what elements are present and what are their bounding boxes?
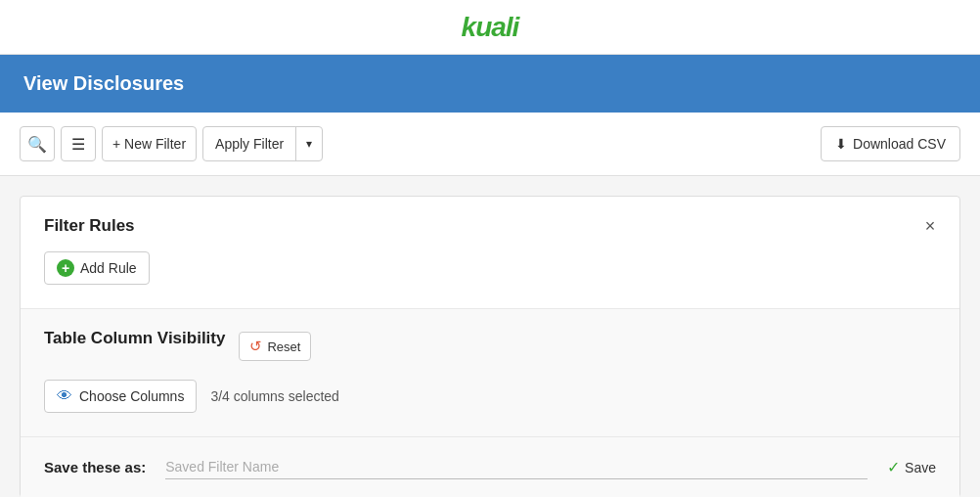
save-label: Save these as: xyxy=(44,459,146,475)
download-csv-button[interactable]: ⬇ Download CSV xyxy=(821,126,960,161)
column-visibility-header: Table Column Visibility ↺ Reset xyxy=(44,329,936,364)
filter-icon-button[interactable]: ☰ xyxy=(61,126,96,161)
apply-filter-dropdown-arrow[interactable]: ▾ xyxy=(296,127,322,160)
filter-rules-title: Filter Rules xyxy=(44,216,936,236)
top-nav: kuali xyxy=(0,0,980,55)
column-visibility-section: Table Column Visibility ↺ Reset 👁 Choose… xyxy=(21,309,959,437)
search-button[interactable]: 🔍 xyxy=(20,126,55,161)
apply-filter-button[interactable]: Apply Filter ▾ xyxy=(202,126,323,161)
new-filter-button[interactable]: + New Filter xyxy=(102,126,197,161)
download-icon: ⬇ xyxy=(835,136,847,152)
app-logo: kuali xyxy=(462,12,519,43)
filter-rules-section: Filter Rules × + Add Rule xyxy=(21,197,959,309)
column-visibility-title: Table Column Visibility xyxy=(44,329,225,348)
reset-icon: ↺ xyxy=(249,338,262,355)
add-rule-plus-icon: + xyxy=(57,259,74,277)
filter-icon: ☰ xyxy=(71,135,85,154)
save-button[interactable]: ✓ Save xyxy=(887,458,936,476)
choose-columns-button[interactable]: 👁 Choose Columns xyxy=(44,380,197,413)
save-section: Save these as: ✓ Save xyxy=(21,437,959,497)
toolbar: 🔍 ☰ + New Filter Apply Filter ▾ ⬇ Downlo… xyxy=(0,113,980,176)
main-content: Filter Rules × + Add Rule Table Column V… xyxy=(0,176,980,497)
new-filter-label: + New Filter xyxy=(112,136,186,152)
apply-filter-label[interactable]: Apply Filter xyxy=(203,127,296,160)
reset-button[interactable]: ↺ Reset xyxy=(239,332,311,361)
filter-panel: Filter Rules × + Add Rule Table Column V… xyxy=(20,196,960,497)
save-button-label: Save xyxy=(905,460,936,475)
add-rule-label: Add Rule xyxy=(80,260,137,276)
save-checkmark-icon: ✓ xyxy=(887,458,900,476)
columns-selected-text: 3/4 columns selected xyxy=(210,388,339,404)
page-header: View Disclosures xyxy=(0,55,980,113)
eye-icon: 👁 xyxy=(57,387,72,405)
reset-label: Reset xyxy=(267,339,300,354)
choose-columns-row: 👁 Choose Columns 3/4 columns selected xyxy=(44,380,936,413)
saved-filter-name-input[interactable] xyxy=(165,455,868,479)
search-icon: 🔍 xyxy=(27,135,47,154)
download-label: Download CSV xyxy=(853,136,946,152)
add-rule-button[interactable]: + Add Rule xyxy=(44,251,150,285)
choose-columns-label: Choose Columns xyxy=(79,388,184,404)
page-title: View Disclosures xyxy=(23,72,957,95)
close-button[interactable]: × xyxy=(916,212,944,240)
